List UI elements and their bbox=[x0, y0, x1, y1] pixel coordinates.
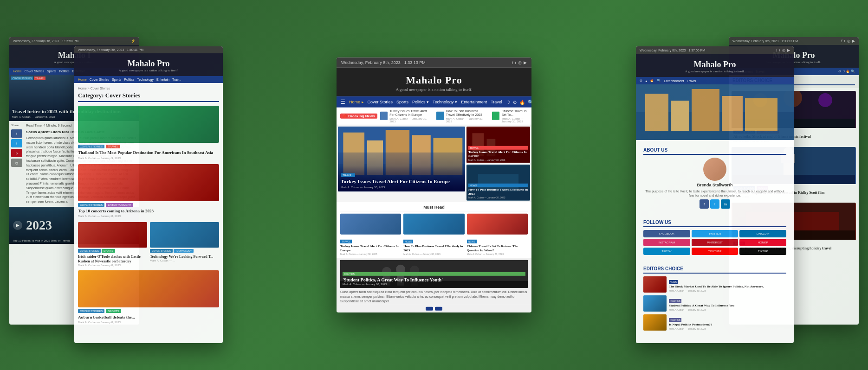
nav-cover-stories[interactable]: Cover Stories bbox=[368, 100, 393, 104]
ln-nav-entertain[interactable]: Entertain bbox=[156, 78, 169, 81]
must-read-section: Must Read TRAVEL Turkey Issues Travel Al… bbox=[337, 202, 531, 258]
far-right-datetime: Wednesday, February 8th, 2023 bbox=[732, 39, 778, 43]
about-fb-icon[interactable]: f bbox=[700, 199, 709, 209]
ln-nav-politics[interactable]: Politics bbox=[124, 78, 134, 81]
fl-nav-sports[interactable]: Sports bbox=[47, 70, 56, 73]
auburn-sp-tag: SPORTS bbox=[106, 309, 121, 313]
prev-page-btn[interactable] bbox=[426, 307, 433, 311]
ln-nav-tech[interactable]: Technology bbox=[137, 78, 154, 81]
fire-icon[interactable]: 🔥 bbox=[519, 99, 525, 104]
toggle-icon[interactable]: ⊙ bbox=[513, 99, 517, 104]
follow-fb-btn[interactable]: FACEBOOK bbox=[643, 230, 690, 237]
tech-img bbox=[150, 222, 219, 248]
fl-nav-politics[interactable]: Politics bbox=[59, 70, 69, 73]
side-card-1: TRAVEL Turkey Issues Travel Alert For Ci… bbox=[466, 127, 530, 163]
ln-nav-travel[interactable]: Trav... bbox=[172, 78, 181, 81]
fr-yt-icon: ▶ bbox=[852, 39, 855, 43]
nav-entertainment[interactable]: Entertainment bbox=[461, 100, 487, 104]
fr-search[interactable]: 🔍 bbox=[851, 70, 855, 73]
window-near-left: Wednesday, February 8th, 2023 1:40:41 PM… bbox=[74, 46, 223, 343]
ln-nav-cover[interactable]: Cover Stories bbox=[90, 78, 109, 81]
irish-cs-tag: COVER STORIES bbox=[78, 249, 101, 253]
student-politics-overlay: POLITICS 'Student Politics, A Great Way … bbox=[340, 260, 528, 288]
rn-entertain[interactable]: Entertainment bbox=[664, 79, 684, 83]
year-2023: 2023 bbox=[26, 218, 52, 233]
pagination-dots bbox=[337, 305, 531, 313]
breaking-meta-2: Mark A. Cuban — January 30, 2023 bbox=[446, 117, 487, 123]
left-near-browser-bar: Wednesday, February 8th, 2023 1:40:41 PM bbox=[74, 46, 223, 53]
nav-travel[interactable]: Travel bbox=[491, 100, 502, 104]
far-left-browser-icons: ⚡ bbox=[131, 39, 136, 43]
share-buttons: f t p @ bbox=[11, 129, 21, 167]
breadcrumb: Home > Cover Stories bbox=[78, 87, 219, 90]
moon-icon[interactable]: ☽ bbox=[506, 99, 510, 104]
follow-tw-btn[interactable]: TWITTER bbox=[692, 230, 738, 237]
follow-tt-btn[interactable]: TIKTOK bbox=[739, 248, 786, 255]
ig-icon-top: ◎ bbox=[518, 60, 522, 65]
rn-fire[interactable]: 🔥 bbox=[650, 79, 654, 83]
left-near-title: Mahalo Pro bbox=[78, 59, 219, 69]
fl-nav-cover[interactable]: Cover Stories bbox=[25, 70, 44, 73]
ec-item-2: POLITICS Student Politics, A Great Way T… bbox=[643, 295, 786, 312]
right-near-datetime: Wednesday, February 8th, 2023 bbox=[640, 49, 686, 52]
ec-tag-1: NEWS bbox=[669, 280, 678, 284]
fr-fire[interactable]: 🔥 bbox=[846, 70, 850, 73]
fr-toggle[interactable]: ⊙ bbox=[838, 70, 841, 73]
rn-mode[interactable]: ● bbox=[645, 79, 647, 83]
breaking-img-1 bbox=[380, 112, 388, 120]
concerts-img bbox=[78, 164, 219, 201]
rn-toggle[interactable]: ⊙ bbox=[640, 79, 642, 83]
student-politics-section: POLITICS 'Student Politics, A Great Way … bbox=[337, 258, 531, 305]
play-button[interactable]: ▶ bbox=[13, 221, 22, 230]
fb-icon-top: f bbox=[512, 60, 513, 65]
share-pinterest-btn[interactable]: p bbox=[11, 149, 22, 157]
rn-search[interactable]: 🔍 bbox=[657, 79, 661, 83]
next-page-btn[interactable] bbox=[435, 307, 442, 311]
far-left-time: 1:37:50 PM bbox=[62, 39, 78, 43]
travel-tag: TRAVEL bbox=[106, 145, 120, 148]
main-browser-bar: Wednesday, February 8th, 2023 1:33:13 PM… bbox=[337, 57, 531, 68]
nav-right-icons: ☽ ⊙ 🔥 🔍 bbox=[506, 99, 531, 104]
about-tw-icon[interactable]: t bbox=[710, 199, 719, 209]
left-near-site-header: Mahalo Pro A good newspaper is a nation … bbox=[74, 53, 223, 76]
fr-moon[interactable]: ☽ bbox=[842, 70, 845, 73]
share-twitter-btn[interactable]: t bbox=[11, 139, 22, 147]
right-near-nav: ⊙ ● 🔥 🔍 Entertainment Travel bbox=[636, 77, 794, 84]
nav-home[interactable]: Home ▸ bbox=[349, 100, 364, 104]
ec-tag-3: POLITICS bbox=[669, 318, 681, 322]
share-email-btn[interactable]: @ bbox=[11, 159, 22, 167]
follow-pt-btn[interactable]: PINTEREST bbox=[692, 239, 738, 246]
follow-yt-btn[interactable]: YOUTUBE bbox=[692, 248, 738, 255]
breaking-text-2: How To Plan Business Travel Effectively … bbox=[446, 109, 487, 123]
follow-tl-btn[interactable]: TIKTOK bbox=[643, 248, 690, 255]
ec-img-1 bbox=[643, 276, 667, 293]
rn-travel[interactable]: Travel bbox=[687, 79, 696, 83]
article-tech: COVER STORIES TECHNOLOGY Technology We'r… bbox=[150, 222, 219, 266]
wifi-icon: ⚡ bbox=[131, 39, 136, 43]
hero-side-cards: TRAVEL Turkey Issues Travel Alert For Ci… bbox=[466, 127, 530, 201]
follow-ig-btn[interactable]: INSTAGRAM bbox=[643, 239, 690, 246]
nav-technology[interactable]: Technology ▾ bbox=[433, 100, 457, 104]
right-near-icons: f t ◎ ▶ bbox=[776, 48, 790, 52]
turkey-tag: TRAVEL bbox=[468, 146, 528, 150]
fl-nav-home[interactable]: Home bbox=[13, 70, 22, 73]
far-left-datetime: Wednesday, February 8th, 2023 bbox=[13, 39, 59, 43]
mr-tag-1: TRAVEL bbox=[340, 240, 352, 243]
share-fb-btn[interactable]: f bbox=[11, 129, 22, 138]
svg-rect-27 bbox=[692, 89, 719, 131]
follow-hm-btn[interactable]: HOMEP bbox=[739, 239, 786, 246]
author-avatar bbox=[703, 158, 726, 181]
mr-meta-1: Mark A. Cuban — January 30, 2023 bbox=[340, 253, 401, 255]
ec-meta-1: Mark A. Cuban — January 30, 2023 bbox=[669, 289, 786, 292]
ec-title-2: Student Politics, A Great Way To Influen… bbox=[669, 304, 786, 307]
nav-politics[interactable]: Politics ▾ bbox=[412, 100, 429, 104]
nav-sports[interactable]: Sports bbox=[396, 100, 408, 104]
ln-nav-sports[interactable]: Sports bbox=[112, 78, 121, 81]
search-icon[interactable]: 🔍 bbox=[528, 99, 531, 104]
hamburger-icon[interactable]: ☰ bbox=[340, 99, 345, 105]
ln-nav-home[interactable]: Home bbox=[78, 78, 87, 81]
rn-hero-svg bbox=[636, 84, 794, 140]
about-description: The purpose of life is to live it, to ta… bbox=[643, 189, 786, 198]
about-li-icon[interactable]: in bbox=[721, 199, 730, 209]
follow-ln-btn[interactable]: LINKEDIN bbox=[739, 230, 786, 237]
